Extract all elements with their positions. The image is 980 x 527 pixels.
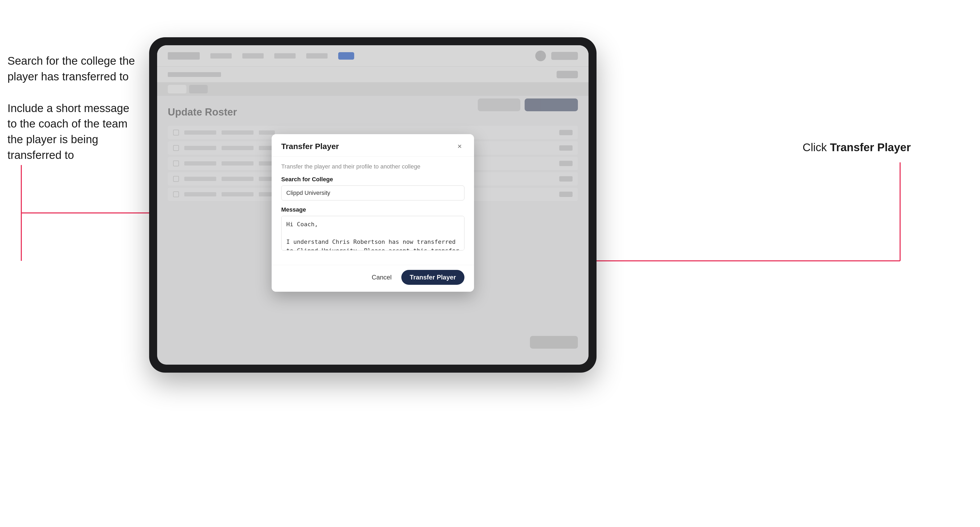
annotation-transfer-player-text: Transfer Player [830,141,911,154]
message-label: Message [281,206,465,213]
message-group: Message Hi Coach, I understand Chris Rob… [281,206,465,252]
modal-overlay: Transfer Player × Transfer the player an… [157,45,589,365]
cancel-button[interactable]: Cancel [368,271,396,284]
modal-body: Transfer the player and their profile to… [272,157,474,265]
message-textarea[interactable]: Hi Coach, I understand Chris Robertson h… [281,216,465,251]
search-college-label: Search for College [281,176,465,183]
modal-footer: Cancel Transfer Player [272,265,474,292]
search-college-input[interactable] [281,186,465,200]
right-annotation: Click Transfer Player [803,141,911,154]
transfer-player-dialog: Transfer Player × Transfer the player an… [272,134,474,292]
close-icon: × [458,143,462,150]
left-annotations: Search for the college the player has tr… [8,53,138,179]
modal-title: Transfer Player [281,142,339,151]
transfer-player-button[interactable]: Transfer Player [401,270,465,285]
search-college-group: Search for College [281,176,465,200]
tablet-frame: Update Roster [149,37,597,373]
modal-header: Transfer Player × [272,134,474,157]
modal-close-button[interactable]: × [455,141,465,151]
tablet-screen: Update Roster [157,45,589,365]
annotation-message-text: Include a short message to the coach of … [8,101,138,163]
annotation-search-text: Search for the college the player has tr… [8,53,138,85]
modal-subtitle: Transfer the player and their profile to… [281,163,465,170]
annotation-click-prefix: Click [803,141,830,154]
